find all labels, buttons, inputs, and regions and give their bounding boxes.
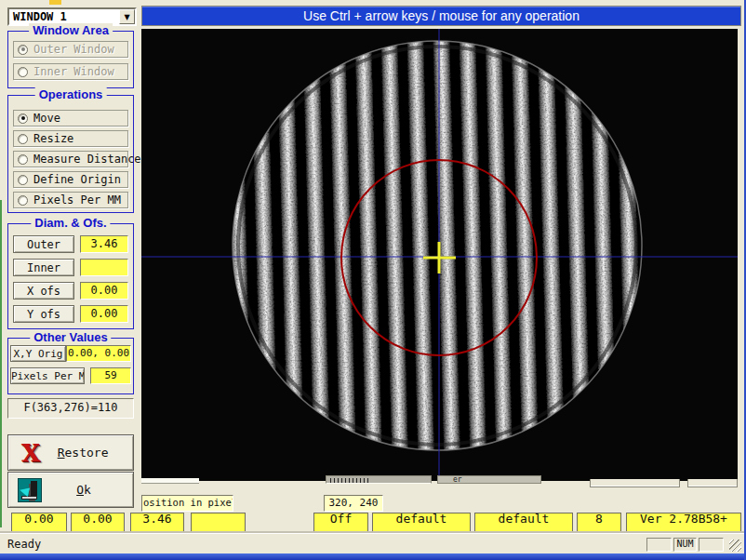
- desktop-sliver: [0, 200, 2, 527]
- group-operations: Operations Move Resize Measure Distance …: [7, 95, 134, 213]
- application-window: WINDOW 1 ▼ Use Ctrl + arrow keys / mouse…: [0, 0, 746, 560]
- y-ofs-value-field[interactable]: 0.00: [80, 305, 128, 323]
- radio-label: Inner Window: [33, 65, 114, 78]
- intensity-readout: F(363,276)=110: [7, 398, 134, 419]
- status-cell-off: Off: [313, 513, 368, 532]
- radio-label: Measure Distance: [33, 153, 141, 166]
- position-in-pixel-value: 320, 240: [324, 495, 383, 512]
- status-cell-default-2: default: [474, 513, 573, 532]
- radio-icon: [18, 45, 28, 55]
- message-text: Use Ctrl + arrow keys / mouse for any op…: [303, 8, 579, 23]
- num-lock-indicator: NUM: [673, 538, 697, 552]
- status-message: Ready: [7, 538, 41, 551]
- radio-measure-distance[interactable]: Measure Distance: [13, 151, 128, 167]
- red-x-icon: X: [21, 441, 40, 465]
- inner-button[interactable]: Inner: [13, 259, 74, 276]
- radio-label: Outer Window: [33, 43, 114, 56]
- dropdown-arrow-button[interactable]: ▼: [119, 9, 135, 24]
- group-diam-ofs: Diam. & Ofs. Outer 3.46 Inner X ofs 0.00…: [7, 223, 134, 329]
- outer-button[interactable]: Outer: [13, 235, 74, 253]
- status-pane: [699, 538, 724, 552]
- radio-icon: [18, 154, 28, 165]
- group-title: Other Values: [30, 330, 111, 344]
- ok-button-label: Ok: [76, 483, 91, 497]
- group-title: Diam. & Ofs.: [31, 216, 110, 230]
- hidden-slider-edge: [326, 475, 432, 484]
- ok-button[interactable]: Ok: [7, 472, 134, 508]
- status-cell-default-1: default: [372, 513, 471, 532]
- status-cell-version: Ver 2.78B58+: [626, 513, 741, 532]
- radio-define-origin[interactable]: Define Origin: [13, 171, 128, 188]
- group-title: Window Area: [29, 23, 113, 37]
- radio-icon: [18, 175, 28, 185]
- status-bar: Ready NUM: [0, 533, 746, 553]
- hidden-panel-edge: [590, 479, 680, 487]
- xy-orig-value-field[interactable]: 0.00, 0.00: [66, 345, 131, 362]
- group-title: Operations: [35, 87, 107, 101]
- pixels-per-mm-value-field[interactable]: 59: [90, 367, 131, 384]
- y-ofs-button[interactable]: Y ofs: [13, 305, 74, 323]
- x-ofs-button[interactable]: X ofs: [13, 282, 74, 300]
- status-cell-empty: [191, 513, 246, 532]
- xy-orig-button[interactable]: X,Y Orig: [10, 345, 66, 362]
- radio-label: Define Origin: [33, 173, 121, 186]
- pixels-per-mm-button[interactable]: Pixels Per M: [10, 367, 85, 384]
- x-ofs-value-field[interactable]: 0.00: [80, 282, 128, 300]
- radio-icon: [18, 113, 28, 124]
- message-bar: Use Ctrl + arrow keys / mouse for any op…: [141, 6, 741, 26]
- radio-label: Resize: [33, 132, 73, 145]
- window-selector-value: WINDOW 1: [9, 9, 135, 24]
- window-bottom-border: [0, 553, 746, 560]
- radio-outer-window[interactable]: Outer Window: [13, 41, 128, 58]
- radio-icon: [18, 195, 28, 206]
- status-cell-diameter: 3.46: [130, 513, 184, 532]
- status-pane: [646, 538, 672, 552]
- radio-resize[interactable]: Resize: [13, 130, 128, 147]
- chevron-down-icon: ▼: [124, 13, 129, 21]
- status-cell-count: 8: [577, 513, 621, 532]
- position-in-pixel-label: osition in pixel: [141, 495, 233, 512]
- status-cell-x-offset: 0.00: [11, 513, 67, 532]
- hidden-button-edge: er: [437, 475, 541, 484]
- hidden-panel-edge: [687, 479, 738, 487]
- group-window-area: Window Area Outer Window Inner Window: [7, 31, 134, 88]
- background-window-sliver: [49, 0, 61, 5]
- resize-grip[interactable]: [729, 540, 741, 552]
- hidden-widget-edge: [141, 478, 199, 484]
- inner-value-field[interactable]: [80, 259, 128, 276]
- radio-inner-window[interactable]: Inner Window: [13, 63, 128, 80]
- microscope-icon: [18, 478, 42, 502]
- group-other-values: Other Values X,Y Orig 0.00, 0.00 Pixels …: [7, 338, 134, 394]
- restore-button-label: Restore: [58, 446, 109, 460]
- radio-icon: [18, 134, 28, 144]
- radio-pixels-per-mm[interactable]: Pixels Per MM: [13, 192, 128, 208]
- radio-label: Move: [33, 112, 60, 125]
- radio-label: Pixels Per MM: [33, 193, 121, 207]
- restore-button[interactable]: X Restore: [7, 434, 134, 471]
- interferogram-viewport[interactable]: [141, 29, 738, 481]
- radio-move[interactable]: Move: [13, 110, 128, 127]
- outer-value-field[interactable]: 3.46: [80, 235, 128, 253]
- status-cell-y-offset: 0.00: [71, 513, 125, 532]
- radio-icon: [18, 67, 28, 77]
